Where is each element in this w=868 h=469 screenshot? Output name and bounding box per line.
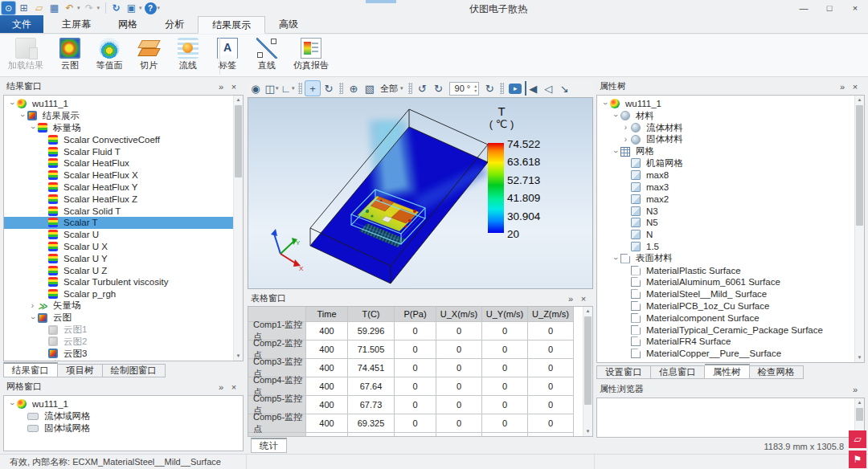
close-panel-icon[interactable]: × [227, 382, 240, 392]
tree-item[interactable]: 云图3 [4, 348, 233, 360]
tree-item[interactable]: Scalar HeatFlux Y [4, 181, 233, 194]
dropdown-caret-icon[interactable]: ▾ [139, 5, 142, 11]
menu-tab[interactable]: 主屏幕 [48, 15, 104, 33]
scroll-up-icon[interactable]: ▲ [234, 96, 243, 104]
collapse-panel-icon[interactable]: » [215, 382, 227, 392]
tree-item[interactable]: MaterialFR4 Surface [597, 336, 854, 348]
tree-item[interactable]: Scalar p_rgh [4, 288, 233, 300]
tree-item[interactable]: ›表面材料 [597, 252, 854, 264]
tree-item[interactable]: MaterialAluminum_6061 Surface [597, 276, 854, 288]
collapse-expander-icon[interactable]: › [612, 254, 620, 263]
tree-item[interactable]: 云图1 [4, 324, 233, 336]
table-row-name[interactable]: Comp6-监控点 [248, 414, 306, 433]
view-orientation-icon[interactable]: ∟▾ [280, 81, 295, 96]
ribbon-button[interactable]: 直线 [248, 35, 285, 76]
scroll-up-icon[interactable]: ▲ [855, 398, 864, 407]
panel-tab[interactable]: 属性树 [705, 364, 750, 379]
ribbon-button[interactable]: 仿真报告 [288, 35, 334, 76]
tree-item[interactable]: MaterialPlastic Surface [597, 264, 854, 276]
new-file-icon[interactable]: ⊞ [17, 2, 31, 14]
collapse-expander-icon[interactable]: › [29, 123, 37, 132]
undo-icon[interactable]: ↶ [63, 2, 76, 14]
tree-item[interactable]: ›标量场 [4, 122, 233, 134]
collapse-expander-icon[interactable]: › [601, 100, 609, 108]
tree-item[interactable]: Scalar U [4, 229, 233, 241]
close-panel-icon[interactable]: × [577, 294, 590, 304]
collapse-expander-icon[interactable]: › [29, 313, 37, 322]
tree-item[interactable]: Scalar HeatFlux [4, 157, 233, 169]
folder-overlay-icon[interactable]: ▱ [849, 430, 866, 448]
ribbon-button[interactable]: 标签 [209, 35, 246, 76]
scope-dropdown[interactable]: 全部▾ [380, 83, 403, 95]
panel-tab[interactable]: 项目树 [58, 364, 103, 377]
tree-item[interactable]: 云图2 [4, 336, 233, 348]
tree-item[interactable]: ›wu111_1 [4, 398, 243, 410]
ribbon-button[interactable]: 等值面 [91, 35, 128, 76]
table-scrollbar[interactable]: ▲ ▼ [583, 307, 592, 436]
tree-item[interactable]: Scalar U Y [4, 252, 233, 264]
tree-item[interactable]: ›≫矢量场 [4, 300, 233, 312]
expand-expander-icon[interactable]: › [28, 302, 37, 310]
tree-item[interactable]: Scalar HeatFlux Z [4, 193, 233, 205]
menu-tab[interactable]: 结果展示 [198, 16, 265, 34]
split-view-icon[interactable]: ◫▾ [264, 81, 279, 96]
record-icon[interactable]: ▸ [509, 84, 522, 94]
menu-tab[interactable]: 高级 [265, 15, 312, 33]
collapse-panel-icon[interactable]: » [849, 385, 862, 394]
tree-item[interactable]: ›结果展示 [4, 110, 233, 122]
snapshot-view-icon[interactable]: ◉ [248, 81, 263, 96]
tree-item[interactable]: 等值面 [4, 360, 233, 361]
save-icon[interactable]: ▦ [47, 2, 61, 14]
box-select-icon[interactable]: ▧ [362, 81, 377, 96]
dropdown-caret-icon[interactable]: ▾ [158, 5, 161, 11]
viewport-3d[interactable]: Y X T ( ℃ ) 74.52263.61852.71341.80930.9… [248, 97, 593, 289]
prev-frame-icon[interactable]: ◁ [541, 81, 555, 96]
spinner-arrows-icon[interactable]: ▴▾ [474, 84, 477, 93]
expand-expander-icon[interactable]: › [621, 136, 630, 144]
refresh-icon[interactable]: ↻ [109, 2, 123, 14]
maximize-icon[interactable]: □ [817, 0, 842, 16]
snapshot-icon[interactable]: ▣ [125, 2, 138, 14]
tree-item[interactable]: N3 [597, 205, 854, 217]
close-icon[interactable]: × [842, 0, 868, 16]
tree-item[interactable]: Scalar Fluid T [4, 145, 233, 157]
menu-tab[interactable]: 网格 [104, 15, 151, 33]
dropdown-caret-icon[interactable]: ▾ [77, 5, 80, 11]
tree-item[interactable]: MaterialTypical_Ceramic_Package Surface [597, 324, 854, 336]
menu-tab[interactable]: 分析 [151, 15, 198, 33]
tree-item[interactable]: ›wu111_1 [597, 98, 854, 110]
tree-item[interactable]: ›wu111_1 [4, 98, 233, 110]
tree-item[interactable]: Materialcomponent Surface [597, 312, 854, 324]
tree-item[interactable]: max2 [597, 193, 854, 205]
collapse-expander-icon[interactable]: › [8, 100, 16, 108]
flag-overlay-icon[interactable]: ⚑ [849, 451, 866, 468]
ribbon-button[interactable]: 流线 [170, 35, 207, 76]
close-panel-icon[interactable]: × [227, 82, 240, 92]
tree-item[interactable]: MaterialPCB_1oz_Cu Surface [597, 300, 854, 312]
zoom-window-icon[interactable]: ⊕ [346, 81, 361, 96]
scroll-up-icon[interactable]: ▲ [855, 96, 864, 104]
scroll-up-icon[interactable]: ▲ [583, 307, 592, 316]
tree-item[interactable]: 固体域网格 [4, 422, 243, 434]
rotate-view-icon[interactable]: ↻ [482, 81, 497, 96]
tree-item[interactable]: 1.5 [597, 241, 854, 253]
tree-item[interactable]: 机箱网格 [597, 157, 854, 169]
expand-expander-icon[interactable]: › [621, 124, 630, 132]
open-file-icon[interactable]: ▱ [32, 2, 46, 14]
tree-item[interactable]: Scalar T [4, 217, 233, 229]
collapse-expander-icon[interactable]: › [612, 147, 620, 156]
tree-item[interactable]: Scalar Turbulent viscosity [4, 276, 233, 288]
help-icon[interactable]: ? [145, 2, 157, 14]
tree-item[interactable]: Scalar ConvectiveCoeff [4, 133, 233, 145]
collapse-panel-icon[interactable]: » [836, 82, 849, 92]
panel-tab[interactable]: 绘制图窗口 [103, 364, 166, 377]
tree-item[interactable]: N5 [597, 217, 854, 229]
collapse-panel-icon[interactable]: » [215, 82, 227, 92]
app-logo-icon[interactable]: ⊙ [2, 2, 15, 14]
statistics-tab[interactable]: 统计 [251, 438, 287, 453]
collapse-panel-icon[interactable]: » [564, 294, 577, 304]
tree-item[interactable]: MaterialCopper__Pure__Surface [597, 348, 854, 360]
tree-item[interactable]: max8 [597, 169, 854, 181]
fit-expand-icon[interactable]: ↘ [557, 81, 571, 96]
collapse-expander-icon[interactable]: › [612, 112, 620, 120]
